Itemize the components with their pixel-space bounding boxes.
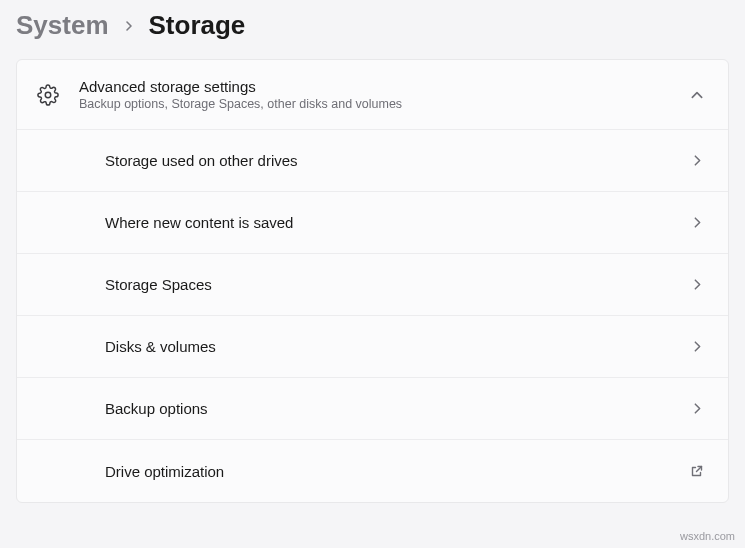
sub-item-label: Backup options xyxy=(105,400,691,417)
sub-item-label: Drive optimization xyxy=(105,463,690,480)
chevron-right-icon xyxy=(691,340,704,353)
breadcrumb-parent[interactable]: System xyxy=(16,10,109,41)
group-text: Advanced storage settings Backup options… xyxy=(79,78,670,111)
chevron-right-icon xyxy=(691,278,704,291)
sub-item-label: Where new content is saved xyxy=(105,214,691,231)
sub-item-backup-options[interactable]: Backup options xyxy=(17,378,728,440)
group-subtitle: Backup options, Storage Spaces, other di… xyxy=(79,97,670,111)
sub-item-where-new-content-saved[interactable]: Where new content is saved xyxy=(17,192,728,254)
external-link-icon xyxy=(690,464,704,478)
sub-item-label: Storage used on other drives xyxy=(105,152,691,169)
chevron-up-icon xyxy=(690,88,704,102)
breadcrumb-current: Storage xyxy=(149,10,246,41)
group-title: Advanced storage settings xyxy=(79,78,670,95)
chevron-right-icon xyxy=(691,402,704,415)
chevron-right-icon xyxy=(691,154,704,167)
advanced-storage-settings-header[interactable]: Advanced storage settings Backup options… xyxy=(17,60,728,130)
sub-item-storage-spaces[interactable]: Storage Spaces xyxy=(17,254,728,316)
svg-point-0 xyxy=(45,92,51,98)
sub-item-drive-optimization[interactable]: Drive optimization xyxy=(17,440,728,502)
breadcrumb: System Storage xyxy=(0,0,745,59)
sub-item-disks-volumes[interactable]: Disks & volumes xyxy=(17,316,728,378)
sub-item-storage-used-other-drives[interactable]: Storage used on other drives xyxy=(17,130,728,192)
watermark: wsxdn.com xyxy=(680,530,735,542)
settings-panel: Advanced storage settings Backup options… xyxy=(16,59,729,503)
chevron-right-icon xyxy=(691,216,704,229)
gear-icon xyxy=(37,84,59,106)
sub-item-label: Storage Spaces xyxy=(105,276,691,293)
chevron-right-icon xyxy=(123,20,135,32)
sub-item-label: Disks & volumes xyxy=(105,338,691,355)
